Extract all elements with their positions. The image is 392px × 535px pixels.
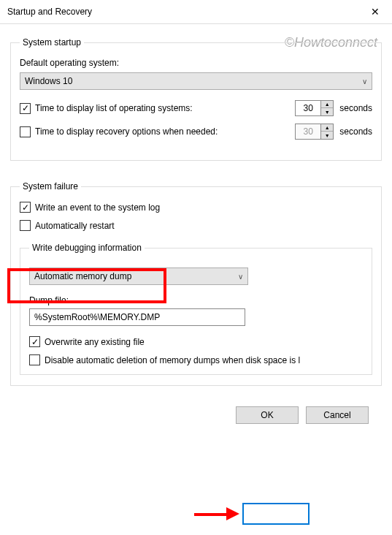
chevron-down-icon: ∨ [362,77,367,86]
default-os-value: Windows 10 [25,76,72,86]
chevron-down-icon: ∨ [238,273,243,281]
spinner-up-icon: ▲ [321,124,333,132]
seconds-label-2: seconds [339,126,372,137]
disable-delete-label: Disable automatic deletion of memory dum… [45,355,300,365]
highlight-ok-button [242,503,310,525]
spinner-up-icon[interactable]: ▲ [321,101,333,108]
dialog-button-row: OK Cancel [10,406,382,424]
debug-info-group: Write debugging information Automatic me… [20,243,372,375]
auto-restart-checkbox[interactable] [20,220,31,231]
time-list-label: Time to display list of operating system… [35,103,289,113]
debug-info-legend: Write debugging information [29,243,145,253]
time-recovery-checkbox[interactable] [20,126,31,137]
system-startup-group: System startup Default operating system:… [10,37,382,161]
overwrite-checkbox[interactable]: ✓ [29,336,40,347]
cancel-button[interactable]: Cancel [306,406,369,424]
system-failure-legend: System failure [20,181,81,191]
auto-restart-label: Automatically restart [35,221,115,231]
dump-type-dropdown[interactable]: Automatic memory dump ∨ [29,268,248,285]
content-area: System startup Default operating system:… [0,24,392,424]
dump-file-label: Dump file: [29,295,69,306]
system-failure-group: System failure ✓ Write an event to the s… [10,181,382,386]
system-startup-legend: System startup [20,37,84,48]
dump-file-input[interactable] [29,308,245,326]
disable-delete-checkbox[interactable] [29,354,40,365]
time-recovery-label: Time to display recovery options when ne… [35,126,289,137]
seconds-label-1: seconds [339,103,372,113]
time-list-spinner[interactable] [295,100,321,116]
default-os-label: Default operating system: [20,58,119,68]
titlebar: Startup and Recovery ✕ [0,0,392,24]
time-recovery-spinner [295,124,321,140]
dump-type-value: Automatic memory dump [34,271,131,281]
overwrite-label: Overwrite any existing file [45,337,145,347]
close-icon: ✕ [371,6,380,18]
arrow-annotation [194,507,239,520]
spinner-down-icon: ▼ [321,132,333,139]
window-title: Startup and Recovery [7,7,92,17]
spinner-down-icon[interactable]: ▼ [321,108,333,115]
close-button[interactable]: ✕ [358,0,392,24]
default-os-dropdown[interactable]: Windows 10 ∨ [20,72,372,90]
ok-button[interactable]: OK [236,406,299,424]
write-event-label: Write an event to the system log [35,202,160,213]
write-event-checkbox[interactable]: ✓ [20,202,31,213]
time-list-checkbox[interactable]: ✓ [20,103,31,114]
